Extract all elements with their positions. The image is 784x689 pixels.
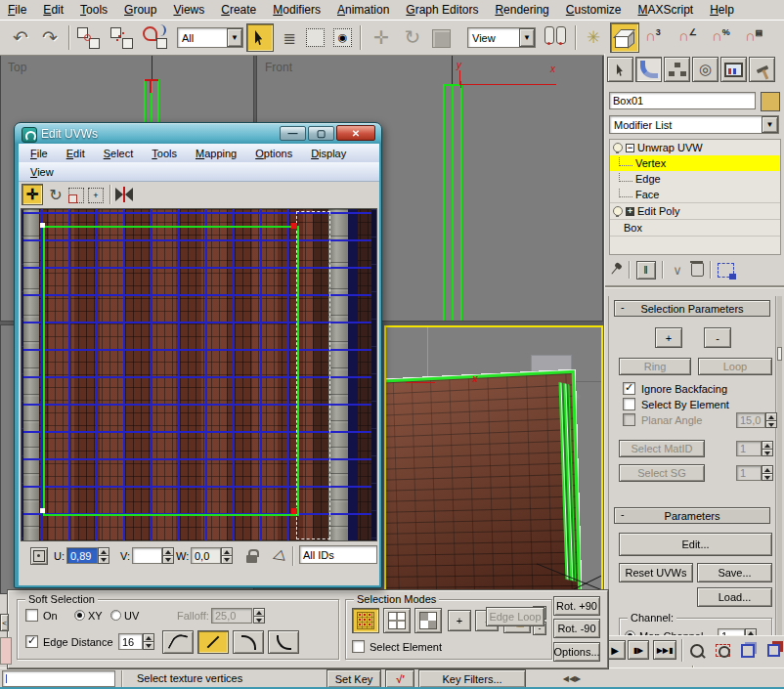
object-name-field[interactable]: Box01 bbox=[609, 92, 756, 109]
rollout-collapse-minus[interactable]: - bbox=[621, 508, 625, 520]
edge-distance-spinner[interactable] bbox=[143, 633, 154, 650]
sg-spinner[interactable] bbox=[762, 465, 773, 481]
uv-vertex-top-left[interactable] bbox=[40, 223, 45, 228]
stack-row-face[interactable]: Face bbox=[610, 187, 780, 202]
face-mode-button[interactable] bbox=[414, 608, 442, 633]
select-object-button[interactable] bbox=[246, 23, 274, 52]
xy-radio[interactable] bbox=[74, 610, 85, 621]
falloff-slow-curve-button[interactable] bbox=[233, 630, 264, 654]
manipulate-icon[interactable]: ✳ bbox=[581, 24, 606, 50]
collapse-minus-icon[interactable]: − bbox=[626, 144, 634, 152]
uv-vertex-top-right[interactable] bbox=[291, 223, 297, 229]
edit-uvws-dialog[interactable]: Edit UVWs — ▢ ✕ File Edit Select Tools M… bbox=[14, 122, 382, 588]
dropdown-arrow-icon[interactable]: ▼ bbox=[227, 28, 242, 47]
uv-selected-edges-rect[interactable] bbox=[43, 226, 299, 516]
viewport-top-label[interactable]: Top bbox=[8, 61, 26, 74]
rectangular-selection-region-icon[interactable] bbox=[306, 28, 325, 47]
edge-distance-field[interactable]: 16 bbox=[118, 633, 143, 650]
window-crossing-selection-icon[interactable]: ◉ bbox=[333, 28, 352, 47]
w-field[interactable]: 0,0 bbox=[191, 547, 221, 564]
uvw-menu-select[interactable]: Select bbox=[102, 148, 136, 159]
options-button[interactable]: Options... bbox=[553, 642, 600, 662]
tab-utilities[interactable] bbox=[749, 57, 775, 82]
expand-plus-icon[interactable]: + bbox=[626, 207, 634, 216]
uvw-move-button[interactable]: ✛ bbox=[22, 184, 43, 205]
v-spinner[interactable] bbox=[162, 547, 174, 564]
move-icon[interactable]: ✛ bbox=[368, 24, 395, 50]
uvw-rotate-icon[interactable]: ↻ bbox=[46, 184, 65, 205]
rollout-collapse-minus[interactable]: - bbox=[621, 301, 625, 313]
edge-mode-button[interactable] bbox=[383, 608, 411, 633]
front-box-wireframe[interactable] bbox=[443, 84, 462, 322]
ignore-backfacing-checkbox[interactable] bbox=[623, 382, 635, 395]
uv-canvas[interactable] bbox=[21, 208, 377, 541]
menu-create[interactable]: Create bbox=[221, 3, 256, 17]
planar-angle-checkbox[interactable] bbox=[623, 413, 635, 426]
minimize-button[interactable]: — bbox=[280, 126, 306, 141]
stack-row-unwrap-uvw[interactable]: − Unwrap UVW bbox=[610, 140, 780, 155]
tab-hierarchy[interactable] bbox=[664, 57, 690, 82]
tab-motion[interactable]: ◎ bbox=[692, 57, 719, 82]
shrink-selection-button[interactable]: - bbox=[704, 327, 731, 348]
uv-radio[interactable] bbox=[110, 610, 121, 621]
remove-modifier-icon[interactable] bbox=[691, 263, 704, 277]
stack-row-box[interactable]: Box bbox=[610, 219, 780, 237]
grow-selection-button[interactable]: + bbox=[655, 327, 682, 348]
menu-customize[interactable]: Customize bbox=[566, 3, 622, 17]
matid-spinner[interactable] bbox=[762, 441, 773, 456]
soft-selection-on-checkbox[interactable] bbox=[25, 609, 38, 622]
falloff-fast-curve-button[interactable] bbox=[268, 630, 299, 654]
key-filters-button[interactable]: Key Filters... bbox=[418, 669, 526, 688]
menu-tools[interactable]: Tools bbox=[80, 3, 108, 17]
material-id-filter-dropdown[interactable]: All IDs bbox=[299, 545, 377, 564]
menu-group[interactable]: Group bbox=[124, 3, 156, 17]
uvw-menu-mapping[interactable]: Mapping bbox=[194, 148, 239, 159]
filter-selected-faces-icon[interactable]: ◁ bbox=[265, 543, 289, 568]
menu-help[interactable]: Help bbox=[710, 3, 734, 17]
zoom-icon[interactable] bbox=[685, 639, 709, 662]
snaps-toggle-button[interactable] bbox=[610, 22, 639, 53]
uvw-menu-options[interactable]: Options bbox=[253, 148, 294, 159]
next-frame-button[interactable]: ▮▶ bbox=[628, 640, 649, 660]
rollout-scrollbar[interactable] bbox=[777, 296, 782, 638]
selection-filter-dropdown[interactable]: All ▼ bbox=[177, 27, 243, 48]
uvw-mirror-icon[interactable] bbox=[115, 187, 137, 202]
planar-angle-field[interactable]: 15,0 bbox=[736, 412, 765, 428]
falloff-smooth-curve-button[interactable] bbox=[162, 630, 194, 654]
parameters-header[interactable]: - Parameters bbox=[614, 507, 770, 524]
spinner-snap-icon[interactable]: ∩▤ bbox=[745, 28, 762, 43]
scroll-left-button[interactable]: < bbox=[0, 614, 9, 631]
falloff-linear-curve-button[interactable] bbox=[197, 630, 229, 654]
menu-graph-editors[interactable]: Graph Editors bbox=[406, 3, 478, 17]
stack-row-vertex[interactable]: Vertex bbox=[610, 155, 780, 171]
edit-uvws-button[interactable]: Edit... bbox=[619, 533, 772, 556]
uvw-menu-display[interactable]: Display bbox=[309, 148, 348, 159]
undo-icon[interactable]: ↶ bbox=[8, 24, 33, 50]
redo-icon[interactable]: ↷ bbox=[37, 24, 63, 50]
w-spinner[interactable] bbox=[221, 547, 233, 564]
select-sg-button[interactable]: Select SG bbox=[619, 464, 705, 482]
tab-display[interactable] bbox=[720, 57, 747, 82]
object-color-swatch[interactable] bbox=[761, 92, 780, 111]
menu-file[interactable]: File bbox=[8, 3, 26, 17]
grow-uv-selection-button[interactable]: + bbox=[448, 610, 471, 631]
scale-icon[interactable] bbox=[432, 29, 451, 48]
rotate-minus-90-button[interactable]: Rot. -90 bbox=[553, 619, 600, 638]
tab-modify[interactable] bbox=[635, 57, 662, 82]
unlink-icon[interactable] bbox=[109, 26, 135, 50]
mini-listener-pink[interactable] bbox=[0, 637, 12, 665]
vertex-mode-button[interactable] bbox=[352, 608, 379, 633]
planar-angle-spinner[interactable] bbox=[765, 412, 777, 428]
lock-selected-vertices-icon[interactable] bbox=[246, 549, 260, 564]
falloff-spinner[interactable] bbox=[253, 608, 265, 624]
show-end-result-button[interactable]: ‖ bbox=[636, 261, 656, 280]
save-uvws-button[interactable]: Save... bbox=[697, 563, 772, 582]
absolute-offset-mode-button[interactable] bbox=[30, 547, 48, 565]
stack-row-edit-poly[interactable]: + Edit Poly bbox=[610, 202, 780, 219]
stack-row-edge[interactable]: Edge bbox=[610, 171, 780, 187]
menu-animation[interactable]: Animation bbox=[337, 3, 389, 17]
uvw-freeform-icon[interactable]: + bbox=[88, 188, 104, 203]
menu-rendering[interactable]: Rendering bbox=[495, 3, 548, 17]
selection-parameters-header[interactable]: - Selection Parameters bbox=[614, 300, 770, 317]
previous-key-icon[interactable]: ◀◀▶ bbox=[559, 671, 585, 686]
